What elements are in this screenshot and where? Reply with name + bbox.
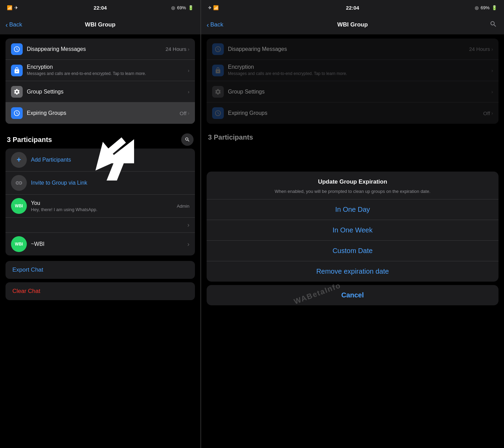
wifi-icon: 📶	[7, 5, 12, 10]
modal-overlay: Update Group Expiration When enabled, yo…	[207, 144, 498, 442]
participants-title: 3 Participants	[7, 136, 52, 144]
right-encryption-chevron: ›	[491, 68, 493, 73]
disappearing-chevron-icon: ›	[188, 46, 189, 52]
back-label[interactable]: Back	[9, 21, 22, 28]
left-time: 22:04	[94, 5, 107, 11]
modal-header: Update Group Expiration When enabled, yo…	[207, 172, 498, 199]
right-nav-bar: ‹ Back WBI Group	[201, 15, 504, 34]
you-status: Hey, there! I am using WhatsApp.	[31, 207, 173, 212]
signal-icon: ✈	[14, 5, 18, 10]
right-back-chevron-icon: ‹	[207, 21, 209, 29]
modal-option-one-day[interactable]: In One Day	[207, 199, 498, 220]
export-chat-button[interactable]: Export Chat	[6, 261, 195, 279]
right-expiring-chevron: ›	[491, 110, 493, 116]
modal-option-custom-date[interactable]: Custom Date	[207, 241, 498, 261]
group-settings-icon	[11, 86, 23, 98]
right-nav-title: WBI Group	[337, 21, 368, 28]
right-battery-text: 69%	[481, 5, 490, 10]
wbi-row[interactable]: WBI ~WBI ›	[6, 233, 195, 255]
you-badge: Admin	[177, 204, 189, 209]
wbi-chevron-icon: ›	[187, 241, 189, 248]
encryption-row[interactable]: Encryption Messages and calls are end-to…	[6, 60, 195, 81]
right-participants-header: 3 Participants	[201, 128, 504, 144]
wbi-name: ~WBI	[31, 241, 183, 247]
right-search-icon[interactable]	[490, 20, 497, 29]
expiring-groups-chevron-icon: ›	[188, 110, 189, 116]
expand-chevron-icon: ›	[187, 221, 189, 229]
right-back-button[interactable]: ‹ Back	[207, 21, 223, 29]
left-status-icons: 📶 ✈	[7, 5, 18, 10]
right-settings-section: Disappearing Messages 24 Hours › Encrypt…	[207, 39, 498, 124]
right-expiring-icon	[212, 107, 224, 119]
right-disappearing-title: Disappearing Messages	[228, 46, 465, 52]
expiring-groups-value: Off ›	[180, 110, 189, 116]
right-encryption-subtitle: Messages and calls are end-to-end encryp…	[228, 71, 487, 77]
left-nav-bar: ‹ Back WBI Group	[0, 15, 200, 34]
invite-link-icon	[11, 175, 27, 191]
right-expiring-title: Expiring Groups	[228, 110, 479, 116]
right-signal-icon: ✈ 📶	[208, 5, 219, 10]
disappearing-messages-row[interactable]: Disappearing Messages 24 Hours ›	[6, 39, 195, 60]
bottom-actions: Export Chat Clear Chat	[6, 261, 195, 300]
encryption-icon	[11, 65, 23, 76]
battery-text: 69%	[177, 5, 186, 10]
right-group-settings-title: Group Settings	[228, 89, 487, 95]
left-settings-section: Disappearing Messages 24 Hours › Encrypt…	[6, 39, 195, 124]
disappearing-messages-icon	[11, 43, 23, 55]
wbi-info: ~WBI	[31, 241, 183, 247]
left-status-bar: 📶 ✈ 22:04 ◎ 69% 🔋	[0, 0, 200, 15]
group-settings-content: Group Settings	[27, 89, 184, 95]
right-encryption-title: Encryption	[228, 64, 487, 70]
right-participants-title: 3 Participants	[208, 133, 253, 141]
right-encryption-row: Encryption Messages and calls are end-to…	[207, 60, 498, 81]
encryption-content: Encryption Messages and calls are end-to…	[27, 64, 184, 77]
expiring-groups-row[interactable]: Expiring Groups Off ›	[6, 102, 195, 124]
disappearing-messages-title: Disappearing Messages	[27, 46, 161, 52]
search-participants-button[interactable]	[181, 133, 194, 146]
left-battery-icons: ◎ 69% 🔋	[171, 5, 194, 10]
group-settings-title: Group Settings	[27, 89, 184, 95]
expiring-groups-title: Expiring Groups	[27, 110, 176, 116]
encryption-subtitle: Messages and calls are end-to-end encryp…	[27, 71, 184, 77]
right-disappearing-chevron: ›	[491, 46, 493, 52]
right-time: 22:04	[346, 5, 359, 11]
battery-icon: 🔋	[188, 5, 194, 10]
right-group-settings-chevron: ›	[491, 89, 493, 95]
right-status-left: ✈ 📶	[208, 5, 219, 10]
you-row[interactable]: WBI You Hey, there! I am using WhatsApp.…	[6, 195, 195, 218]
right-encryption-icon	[212, 65, 224, 76]
encryption-title: Encryption	[27, 64, 184, 70]
group-settings-row[interactable]: Group Settings ›	[6, 81, 195, 102]
encryption-chevron: ›	[188, 68, 189, 73]
modal-option-remove[interactable]: Remove expiration date	[207, 261, 498, 282]
right-group-settings-icon	[212, 86, 224, 98]
right-status-bar: ✈ 📶 22:04 ◎ 69% 🔋	[201, 0, 504, 15]
right-battery-icons: ◎ 69% 🔋	[475, 5, 497, 10]
location-icon: ◎	[171, 5, 175, 10]
right-disappearing-icon	[212, 43, 224, 55]
left-back-button[interactable]: ‹ Back	[6, 21, 22, 29]
group-settings-chevron: ›	[188, 89, 189, 95]
clear-chat-button[interactable]: Clear Chat	[6, 282, 195, 300]
modal-title: Update Group Expiration	[213, 178, 492, 185]
you-info: You Hey, there! I am using WhatsApp.	[31, 200, 173, 212]
group-settings-chevron-icon: ›	[188, 89, 189, 95]
add-participants-icon: +	[11, 152, 27, 168]
you-name: You	[31, 200, 173, 206]
modal-cancel-button[interactable]: Cancel	[207, 285, 498, 305]
expiration-modal: Update Group Expiration When enabled, yo…	[207, 172, 498, 282]
modal-option-one-week[interactable]: In One Week	[207, 220, 498, 241]
expand-row[interactable]: ›	[6, 218, 195, 233]
disappearing-messages-value: 24 Hours ›	[165, 46, 189, 52]
right-battery-icon: 🔋	[492, 5, 497, 10]
left-panel: 📶 ✈ 22:04 ◎ 69% 🔋 ‹ Back WBI Group Disap…	[0, 0, 200, 448]
right-disappearing-row: Disappearing Messages 24 Hours ›	[207, 39, 498, 60]
right-back-label[interactable]: Back	[210, 21, 223, 28]
wbi-avatar: WBI	[11, 236, 27, 252]
right-location-icon: ◎	[475, 5, 479, 10]
encryption-chevron-icon: ›	[188, 68, 189, 73]
right-group-settings-row: Group Settings ›	[207, 81, 498, 102]
disappearing-messages-content: Disappearing Messages	[27, 46, 161, 52]
back-chevron-icon: ‹	[6, 21, 8, 29]
right-panel: ✈ 📶 22:04 ◎ 69% 🔋 ‹ Back WBI Group Disap…	[201, 0, 504, 448]
